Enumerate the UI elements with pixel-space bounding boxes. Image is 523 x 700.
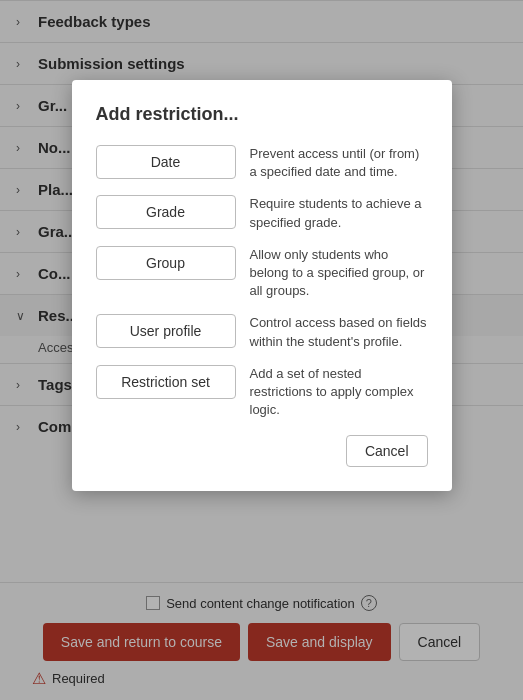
restriction-row-group: Group Allow only students who belong to … <box>96 246 428 301</box>
modal-title: Add restriction... <box>96 104 428 125</box>
modal-overlay: Add restriction... Date Prevent access u… <box>0 0 523 700</box>
add-restriction-modal: Add restriction... Date Prevent access u… <box>72 80 452 491</box>
restriction-set-desc: Add a set of nested restrictions to appl… <box>250 365 428 420</box>
grade-restriction-desc: Require students to achieve a specified … <box>250 195 428 231</box>
restriction-row-restriction-set: Restriction set Add a set of nested rest… <box>96 365 428 420</box>
restriction-row-user-profile: User profile Control access based on fie… <box>96 314 428 350</box>
restriction-row-date: Date Prevent access until (or from) a sp… <box>96 145 428 181</box>
user-profile-restriction-desc: Control access based on fields within th… <box>250 314 428 350</box>
date-restriction-desc: Prevent access until (or from) a specifi… <box>250 145 428 181</box>
modal-cancel-button[interactable]: Cancel <box>346 435 428 467</box>
group-restriction-button[interactable]: Group <box>96 246 236 280</box>
group-restriction-desc: Allow only students who belong to a spec… <box>250 246 428 301</box>
modal-cancel-row: Cancel <box>96 435 428 467</box>
user-profile-restriction-button[interactable]: User profile <box>96 314 236 348</box>
grade-restriction-button[interactable]: Grade <box>96 195 236 229</box>
restriction-set-button[interactable]: Restriction set <box>96 365 236 399</box>
date-restriction-button[interactable]: Date <box>96 145 236 179</box>
restriction-row-grade: Grade Require students to achieve a spec… <box>96 195 428 231</box>
